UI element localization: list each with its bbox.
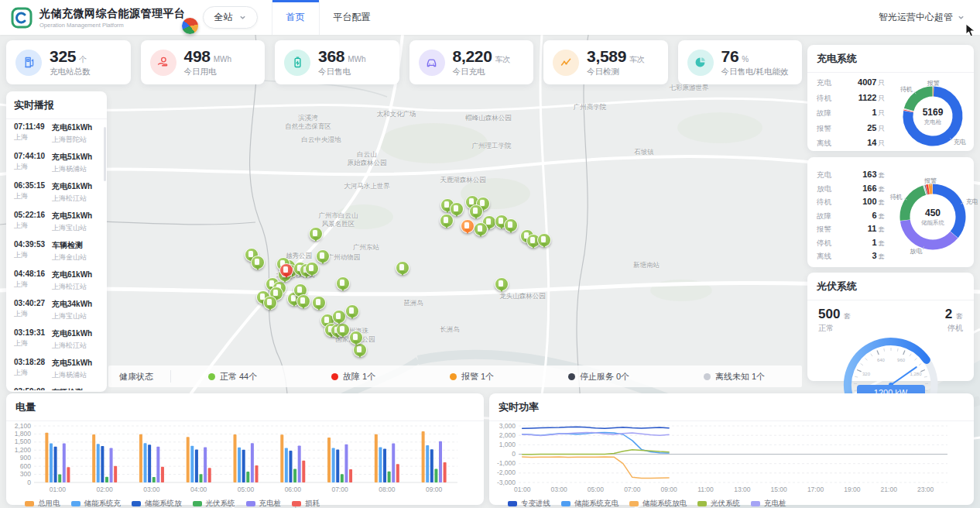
chevron-down-icon bbox=[239, 14, 246, 21]
broadcast-title: 实时播报 bbox=[6, 91, 107, 119]
svg-text:2,000: 2,000 bbox=[499, 431, 516, 439]
stat-row-停机: 停机1套 bbox=[817, 238, 885, 252]
svg-text:09:00: 09:00 bbox=[426, 486, 443, 493]
status-dot-icon bbox=[704, 373, 711, 380]
station-marker-normal[interactable] bbox=[312, 296, 326, 310]
legend-item-充电桩[interactable]: 充电桩 bbox=[246, 499, 282, 508]
legend-item-专变进线[interactable]: 专变进线 bbox=[508, 499, 550, 508]
legend-chip-icon bbox=[193, 501, 202, 506]
station-marker-normal[interactable] bbox=[309, 227, 323, 241]
station-marker-normal[interactable] bbox=[474, 222, 488, 236]
broadcast-list[interactable]: 07:11:49上海充电61kWh上海普陀站07:44:10上海充电51kWh上… bbox=[6, 119, 107, 390]
broadcast-item[interactable]: 04:39:53上海车辆检测上海金山站 bbox=[14, 240, 101, 263]
broadcast-item[interactable]: 07:11:49上海充电61kWh上海普陀站 bbox=[14, 122, 101, 145]
map-place-label: 白云中央湿地 bbox=[302, 136, 341, 144]
station-marker-normal[interactable] bbox=[537, 233, 551, 247]
svg-text:待机: 待机 bbox=[890, 194, 903, 201]
storage-donut-chart: 充电放电待机报警450储能系统 bbox=[885, 175, 978, 259]
kpi-unit: MWh bbox=[348, 55, 365, 64]
map-place-label: 天鹿湖森林公园 bbox=[440, 176, 486, 184]
station-marker-normal[interactable] bbox=[504, 218, 518, 232]
hand-coin-icon bbox=[150, 50, 176, 76]
stat-row-待机: 待机1122只 bbox=[817, 93, 885, 108]
svg-text:0: 0 bbox=[27, 479, 31, 486]
map-place-label: 石坡镇 bbox=[634, 148, 654, 156]
kpi-value: 325 bbox=[50, 47, 76, 66]
tab-platform-config[interactable]: 平台配置 bbox=[320, 0, 385, 35]
station-marker-normal[interactable] bbox=[345, 304, 359, 318]
health-legend-报警[interactable]: 报警 1个 bbox=[450, 371, 494, 383]
svg-text:5169: 5169 bbox=[923, 107, 944, 118]
kpi-value: 498 bbox=[184, 47, 211, 66]
user-menu[interactable]: 智光运营中心超管 bbox=[879, 11, 965, 24]
legend-item-充电桩[interactable]: 充电桩 bbox=[751, 499, 786, 508]
svg-text:06:00: 06:00 bbox=[285, 486, 302, 493]
legend-item-储能系统放电[interactable]: 储能系统放电 bbox=[629, 499, 687, 508]
svg-text:900: 900 bbox=[20, 454, 31, 462]
svg-text:-1,000: -1,000 bbox=[497, 459, 516, 467]
broadcast-item[interactable]: 03:40:27上海充电34kWh上海宝山站 bbox=[14, 299, 101, 321]
health-legend-故障[interactable]: 故障 1个 bbox=[331, 371, 375, 383]
legend-item-光伏系统[interactable]: 光伏系统 bbox=[193, 499, 235, 508]
legend-item-总用电[interactable]: 总用电 bbox=[25, 499, 60, 508]
station-marker-normal[interactable] bbox=[450, 202, 464, 216]
broadcast-item[interactable]: 03:59:08上海车辆检测上海静安站 bbox=[14, 387, 101, 390]
station-marker-normal[interactable] bbox=[305, 262, 319, 276]
kpi-label: 今日检测 bbox=[587, 67, 645, 77]
broadcast-item[interactable]: 04:48:16上海充电61kWh上海松江站 bbox=[14, 269, 101, 292]
svg-text:320: 320 bbox=[862, 372, 871, 376]
kpi-body: 76%今日售电/耗电能效 bbox=[721, 47, 789, 77]
station-marker-normal[interactable] bbox=[332, 310, 346, 324]
health-legend-正常[interactable]: 正常 44个 bbox=[208, 371, 257, 383]
map-place-label: 白云山 原始森林公园 bbox=[348, 150, 387, 167]
kpi-card-2[interactable]: 498MWh今日用电 bbox=[141, 40, 266, 84]
kpi-card-3[interactable]: 368MWh今日售电 bbox=[275, 40, 399, 84]
status-dot-icon bbox=[568, 373, 575, 380]
svg-text:1,500: 1,500 bbox=[15, 438, 32, 445]
station-marker-normal[interactable] bbox=[469, 204, 483, 218]
legend-item-储能系统充[interactable]: 储能系统充 bbox=[71, 499, 122, 508]
trend-icon bbox=[553, 50, 579, 76]
map-place-label: 长洲岛 bbox=[440, 325, 460, 334]
legend-item-光伏系统[interactable]: 光伏系统 bbox=[697, 499, 740, 508]
tab-home[interactable]: 首页 bbox=[272, 0, 320, 35]
station-marker-normal[interactable] bbox=[440, 214, 454, 228]
svg-text:01:00: 01:00 bbox=[514, 486, 531, 493]
scrollbar-thumb[interactable] bbox=[104, 127, 106, 181]
chevron-down-icon bbox=[958, 14, 965, 21]
station-marker-normal[interactable] bbox=[263, 296, 277, 310]
map-place-label: 琶洲岛 bbox=[403, 299, 423, 307]
station-marker-normal[interactable] bbox=[495, 277, 509, 291]
station-marker-normal[interactable] bbox=[336, 276, 350, 290]
stat-row-报警: 报警25只 bbox=[817, 123, 885, 139]
legend-item-储能系统充电[interactable]: 储能系统充电 bbox=[561, 499, 618, 508]
station-marker-normal[interactable] bbox=[349, 331, 363, 345]
health-legend-停止服务[interactable]: 停止服务 0个 bbox=[568, 371, 629, 383]
broadcast-item[interactable]: 03:18:28上海充电51kWh上海杨浦站 bbox=[14, 358, 101, 380]
station-marker-normal[interactable] bbox=[316, 249, 330, 263]
car-icon bbox=[419, 50, 445, 76]
broadcast-item[interactable]: 06:35:15上海充电61kWh上海松江站 bbox=[14, 181, 101, 204]
station-marker-normal[interactable] bbox=[296, 294, 310, 308]
kpi-unit: 个 bbox=[79, 54, 87, 65]
broadcast-item[interactable]: 05:22:16上海充电51kWh上海宝山站 bbox=[14, 211, 101, 233]
kpi-card-4[interactable]: 8,220车次今日充电 bbox=[409, 40, 534, 84]
legend-item-储能系统放[interactable]: 储能系统放 bbox=[132, 499, 182, 508]
svg-text:1,000: 1,000 bbox=[499, 441, 516, 448]
station-marker-fault[interactable] bbox=[279, 263, 293, 277]
status-dot-icon bbox=[450, 373, 457, 380]
health-legend-离线未知[interactable]: 离线未知 1个 bbox=[704, 371, 765, 383]
station-marker-normal[interactable] bbox=[396, 261, 409, 275]
kpi-label: 今日售电/耗电能效 bbox=[721, 67, 789, 77]
kpi-card-1[interactable]: 325个充电站总数 bbox=[6, 40, 131, 84]
station-marker-normal[interactable] bbox=[251, 256, 265, 269]
svg-text:04:00: 04:00 bbox=[190, 486, 207, 493]
legend-item-损耗[interactable]: 损耗 bbox=[292, 499, 320, 508]
broadcast-item[interactable]: 07:44:10上海充电51kWh上海杨浦站 bbox=[14, 152, 101, 174]
station-marker-alarm[interactable] bbox=[461, 219, 475, 233]
broadcast-item[interactable]: 03:19:31上海充电61kWh上海松江站 bbox=[14, 328, 101, 351]
energy-chart-legend: 总用电储能系统充储能系统放光伏系统充电桩损耗 bbox=[6, 498, 484, 508]
kpi-card-5[interactable]: 3,589车次今日检测 bbox=[543, 40, 668, 84]
kpi-card-6[interactable]: 76%今日售电/耗电能效 bbox=[678, 40, 803, 84]
site-selector[interactable]: 全站 bbox=[203, 6, 258, 29]
